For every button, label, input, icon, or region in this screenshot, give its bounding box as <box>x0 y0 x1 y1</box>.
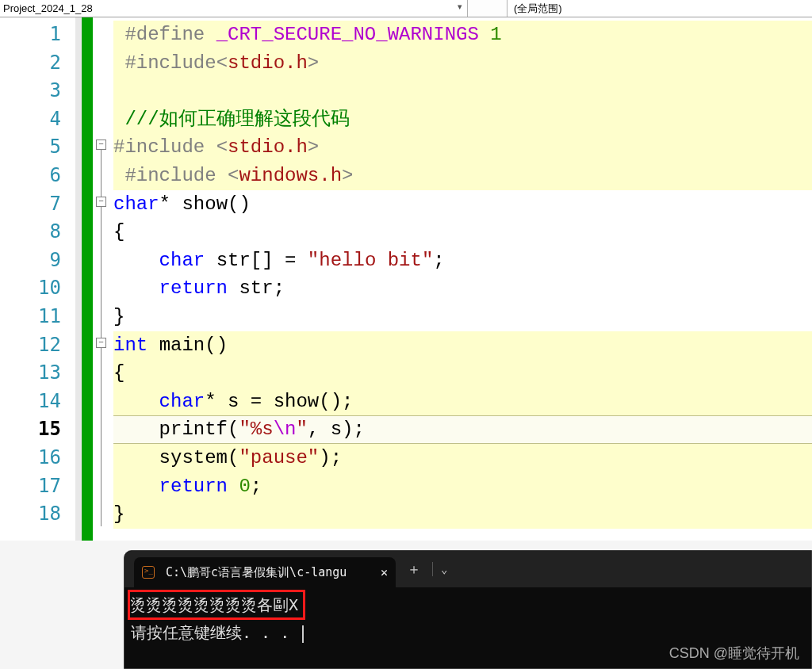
fold-guide <box>101 207 102 338</box>
fold-guide <box>101 348 102 526</box>
code-line: int main() <box>113 331 812 360</box>
close-icon[interactable]: ✕ <box>381 565 388 579</box>
scope-label: (全局范围) <box>514 2 562 16</box>
code-line: } <box>113 303 812 331</box>
terminal-line: 请按任意键继续. . . <box>131 623 299 642</box>
code-line: return 0; <box>113 472 812 501</box>
line-number: 14 <box>0 388 75 416</box>
line-number: 16 <box>0 444 75 472</box>
line-number-current: 15 <box>0 415 75 444</box>
code-line: { <box>113 359 812 388</box>
fold-toggle-icon[interactable]: − <box>96 140 106 150</box>
code-line: char* show() <box>113 190 812 219</box>
line-number: 3 <box>0 77 75 105</box>
line-number: 13 <box>0 359 75 388</box>
line-number: 5 <box>0 133 75 162</box>
line-number: 17 <box>0 472 75 501</box>
terminal-tab[interactable]: C:\鹏哥c语言暑假集训\c-langu ✕ <box>134 557 396 587</box>
code-line: #define _CRT_SECURE_NO_WARNINGS 1 <box>113 21 812 49</box>
line-number-gutter: 1 2 3 4 5 6 7 8 9 10 11 12 13 14 15 16 1… <box>0 17 75 541</box>
line-number: 1 <box>0 21 75 49</box>
gutter-separator <box>75 17 82 541</box>
terminal-line: 烫烫烫烫烫烫烫烫各剾X <box>130 595 298 614</box>
project-name: Project_2024_1_28 <box>3 2 93 14</box>
code-line: { <box>113 218 812 247</box>
code-line: return str; <box>113 274 812 303</box>
line-number: 8 <box>0 218 75 247</box>
toolbar: Project_2024_1_28 (全局范围) <box>0 0 812 17</box>
terminal-window: C:\鹏哥c语言暑假集训\c-langu ✕ ＋ ⌄ 烫烫烫烫烫烫烫烫各剾X 请… <box>124 550 812 669</box>
line-number: 2 <box>0 49 75 78</box>
fold-toggle-icon[interactable]: − <box>96 197 106 207</box>
code-line: char str[] = "hello bit"; <box>113 247 812 275</box>
scope-dropdown[interactable]: (全局范围) <box>508 0 812 17</box>
code-line: #include <stdio.h> <box>113 133 812 162</box>
code-line <box>113 77 812 105</box>
fold-strip: − − − <box>93 17 113 541</box>
change-marker-strip <box>82 17 93 541</box>
code-line: system("pause"); <box>113 444 812 472</box>
cursor-icon <box>302 625 304 643</box>
fold-guide <box>101 150 102 197</box>
line-number: 6 <box>0 162 75 190</box>
code-line: } <box>113 500 812 529</box>
line-number: 12 <box>0 331 75 360</box>
fold-toggle-icon[interactable]: − <box>96 338 106 348</box>
line-number: 7 <box>0 190 75 219</box>
terminal-tab-title: C:\鹏哥c语言暑假集训\c-langu <box>166 565 370 580</box>
code-line-current: printf("%s\n", s); <box>113 415 812 444</box>
toolbar-separator <box>468 0 508 17</box>
cmd-icon <box>142 566 155 579</box>
code-area[interactable]: #define _CRT_SECURE_NO_WARNINGS 1 #inclu… <box>113 17 812 541</box>
line-number: 10 <box>0 274 75 303</box>
code-line: #include<stdio.h> <box>113 49 812 78</box>
terminal-tabbar: C:\鹏哥c语言暑假集训\c-langu ✕ ＋ ⌄ <box>124 551 811 587</box>
code-line: #include <windows.h> <box>113 162 812 190</box>
highlighted-output: 烫烫烫烫烫烫烫烫各剾X <box>128 590 305 620</box>
line-number: 9 <box>0 247 75 275</box>
tab-dropdown-button[interactable]: ⌄ <box>433 563 455 575</box>
terminal-output[interactable]: 烫烫烫烫烫烫烫烫各剾X 请按任意键继续. . . <box>124 587 811 650</box>
code-line: char* s = show(); <box>113 388 812 416</box>
code-editor[interactable]: 1 2 3 4 5 6 7 8 9 10 11 12 13 14 15 16 1… <box>0 17 812 541</box>
line-number: 11 <box>0 303 75 331</box>
new-tab-button[interactable]: ＋ <box>396 560 432 579</box>
project-dropdown[interactable]: Project_2024_1_28 <box>0 0 468 17</box>
line-number: 4 <box>0 105 75 134</box>
line-number: 18 <box>0 500 75 529</box>
code-line: ///如何正确理解这段代码 <box>113 105 812 134</box>
